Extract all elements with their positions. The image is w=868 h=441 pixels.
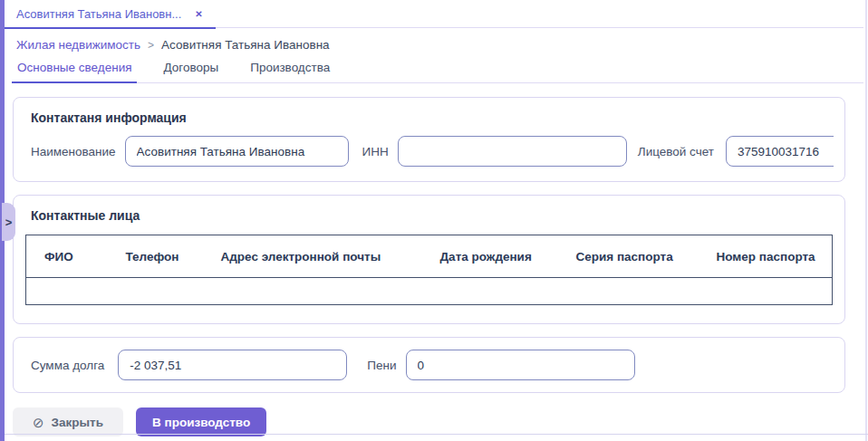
debt-sum-field[interactable] bbox=[118, 350, 347, 380]
breadcrumb-separator: > bbox=[148, 39, 154, 52]
personal-account-field[interactable] bbox=[726, 136, 834, 167]
inn-label: ИНН bbox=[362, 145, 389, 158]
page-tabs: Основные сведения Договоры Производства bbox=[12, 61, 863, 83]
tab-productions[interactable]: Производства bbox=[245, 61, 335, 82]
inn-field[interactable] bbox=[398, 136, 627, 167]
close-button[interactable]: ⊘ Закрыть bbox=[13, 407, 123, 436]
window-tab-bar: Асовитняя Татьяна Ивановн... ✕ bbox=[5, 0, 863, 28]
contact-info-card: Контактаня информация Наименование ИНН Л… bbox=[13, 97, 845, 182]
col-birthdate: Дата рождения bbox=[422, 235, 558, 278]
cancel-icon: ⊘ bbox=[33, 416, 44, 429]
table-header-row: ФИО Телефон Адрес электронной почты Дата… bbox=[26, 235, 833, 278]
window-tab-title: Асовитняя Татьяна Ивановн... bbox=[16, 7, 181, 21]
penalty-field[interactable] bbox=[406, 350, 635, 380]
breadcrumb-link-housing[interactable]: Жилая недвижимость bbox=[16, 38, 140, 52]
col-email: Адрес электронной почты bbox=[203, 235, 422, 278]
col-passport-number: Номер паспорта bbox=[699, 235, 833, 278]
debt-card: Сумма долга Пени bbox=[13, 337, 845, 393]
contact-info-title: Контактаня информация bbox=[31, 110, 844, 125]
sidebar-expand-toggle[interactable]: > bbox=[2, 203, 15, 241]
col-fio: ФИО bbox=[26, 235, 108, 278]
to-production-button[interactable]: В производство bbox=[136, 407, 266, 436]
action-buttons: ⊘ Закрыть В производство bbox=[13, 407, 863, 436]
close-tab-icon[interactable]: ✕ bbox=[195, 10, 202, 19]
tab-contracts[interactable]: Договоры bbox=[158, 61, 224, 82]
col-passport-series: Серия паспорта bbox=[558, 235, 699, 278]
contact-persons-table: ФИО Телефон Адрес электронной почты Дата… bbox=[25, 235, 833, 305]
main-area: Асовитняя Татьяна Ивановн... ✕ Жилая нед… bbox=[5, 0, 863, 436]
penalty-label: Пени bbox=[367, 359, 396, 372]
name-field[interactable] bbox=[125, 136, 349, 167]
table-empty-row bbox=[26, 278, 833, 305]
contact-persons-card: Контактные лица ФИО Телефон Адрес электр… bbox=[13, 195, 845, 324]
window-tab-client[interactable]: Асовитняя Татьяна Ивановн... ✕ bbox=[5, 0, 216, 28]
personal-account-label: Лицевой счет bbox=[638, 145, 714, 158]
right-border bbox=[865, 0, 867, 441]
bottom-border bbox=[0, 434, 868, 435]
tab-main-info[interactable]: Основные сведения bbox=[12, 61, 137, 82]
debt-sum-label: Сумма долга bbox=[31, 359, 104, 372]
close-button-label: Закрыть bbox=[52, 416, 103, 429]
name-label: Наименование bbox=[31, 145, 116, 158]
breadcrumb-current: Асовитняя Татьяна Ивановна bbox=[161, 38, 330, 52]
chevron-right-icon: > bbox=[5, 216, 13, 228]
contact-info-fields: Наименование ИНН Лицевой счет bbox=[31, 136, 834, 167]
contact-persons-title: Контактные лица bbox=[31, 208, 832, 223]
col-phone: Телефон bbox=[108, 235, 203, 278]
breadcrumb: Жилая недвижимость > Асовитняя Татьяна И… bbox=[5, 28, 863, 52]
